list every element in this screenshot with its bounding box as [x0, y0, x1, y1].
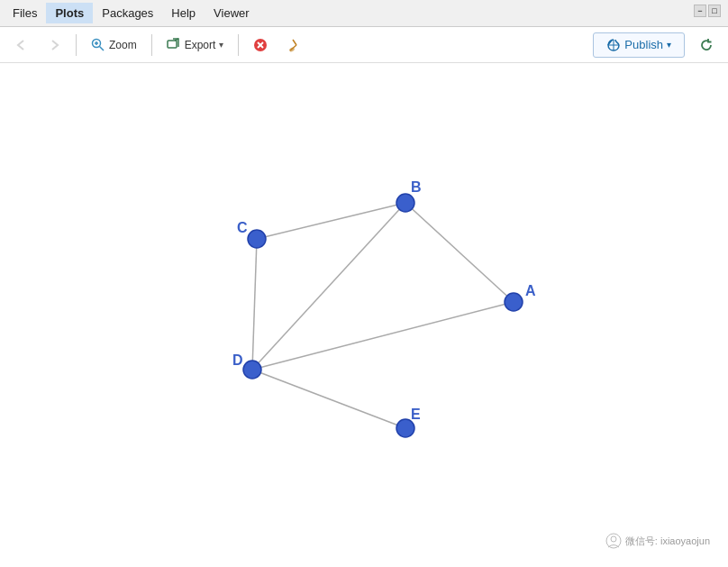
label-B: B — [411, 179, 422, 195]
forward-button[interactable] — [40, 34, 68, 56]
export-button[interactable]: Export ▾ — [159, 34, 232, 56]
menu-plots[interactable]: Plots — [46, 3, 93, 23]
watermark-icon — [605, 533, 622, 549]
watermark-text: 微信号: ixiaoyaojun — [625, 535, 710, 548]
publish-dropdown-icon[interactable]: ▾ — [667, 40, 671, 50]
maximize-button[interactable]: □ — [708, 5, 721, 17]
publish-button[interactable]: Publish ▾ — [593, 32, 685, 58]
plot-area: A B C D E 微信号: ixiaoyaojun — [0, 63, 728, 567]
publish-icon — [606, 38, 621, 52]
node-A — [505, 293, 523, 311]
svg-line-9 — [293, 40, 296, 45]
export-label: Export — [185, 39, 216, 51]
label-D: D — [232, 352, 243, 368]
edge-DE — [252, 370, 405, 428]
clear-button[interactable] — [246, 34, 275, 56]
menu-bar: Files Plots Packages Help Viewer − □ — [0, 0, 728, 27]
broom-button[interactable] — [278, 34, 307, 56]
menu-packages[interactable]: Packages — [93, 3, 162, 23]
node-E — [396, 419, 414, 437]
menu-viewer[interactable]: Viewer — [205, 3, 259, 23]
export-icon — [167, 38, 181, 52]
label-C: C — [237, 220, 248, 235]
node-B — [396, 194, 414, 212]
toolbar: Zoom Export ▾ — [0, 27, 728, 63]
edge-AD — [252, 302, 514, 370]
back-icon — [14, 38, 29, 52]
svg-line-1 — [100, 46, 105, 50]
zoom-icon — [91, 38, 105, 52]
zoom-label: Zoom — [109, 39, 137, 51]
window-controls: − □ — [694, 5, 721, 17]
edge-CD — [252, 239, 257, 370]
clear-icon — [253, 38, 268, 52]
node-C — [248, 230, 266, 248]
separator-2 — [151, 34, 152, 56]
publish-label: Publish — [624, 38, 663, 51]
graph-svg: A B C D E — [0, 63, 728, 567]
separator-1 — [76, 34, 77, 56]
edge-BA — [405, 203, 514, 302]
refresh-icon — [699, 38, 714, 52]
svg-rect-4 — [168, 41, 177, 48]
edge-BC — [257, 203, 405, 239]
zoom-button[interactable]: Zoom — [84, 34, 144, 56]
svg-point-14 — [606, 534, 621, 548]
watermark: 微信号: ixiaoyaojun — [605, 533, 710, 549]
refresh-button[interactable] — [692, 34, 721, 56]
forward-icon — [47, 38, 61, 52]
menu-files[interactable]: Files — [4, 3, 46, 23]
edge-BD — [252, 203, 405, 370]
minimize-button[interactable]: − — [694, 5, 706, 17]
separator-3 — [238, 34, 239, 56]
label-A: A — [525, 283, 536, 298]
broom-icon — [286, 38, 300, 52]
back-button[interactable] — [7, 34, 36, 56]
node-D — [243, 361, 261, 379]
label-E: E — [411, 407, 421, 422]
svg-point-15 — [611, 536, 616, 542]
menu-help[interactable]: Help — [162, 3, 205, 23]
export-dropdown-icon[interactable]: ▾ — [219, 40, 223, 50]
